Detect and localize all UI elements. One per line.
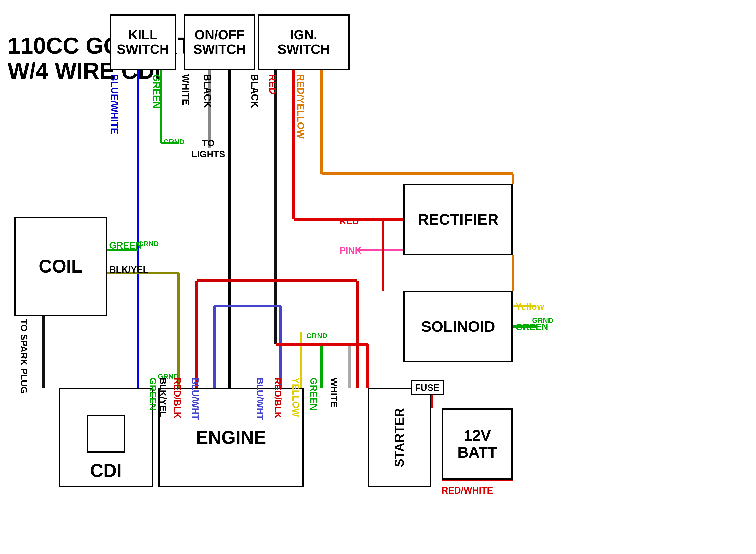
eng-redblk-label: RED/BLK (272, 378, 283, 419)
eng-yellow-label: YELLOW (290, 378, 301, 417)
starter-box: STARTER (368, 388, 431, 487)
cdi-box: CDI (59, 388, 153, 487)
coil-grnd-label: GRND (138, 240, 159, 248)
sol-yellow-label: Yellow (516, 301, 544, 312)
rect-red-label: RED (339, 216, 359, 227)
cdi-green-label: GREEN (147, 378, 158, 410)
red-ign-label: RED (266, 74, 278, 95)
rect-pink-label: PINK (339, 245, 362, 256)
sol-grnd-label: GRND (532, 317, 553, 325)
cdi-redblk-label: RED/BLK (172, 378, 183, 419)
eng-green-label: GREEN (308, 378, 319, 410)
red-white-label: RED/WHITE (441, 485, 493, 496)
coil-blkyel-label: BLK/YEL (109, 264, 149, 275)
cdi-bluwht-label: BLU/WHT (190, 378, 201, 420)
black-onoff-label: BLACK (201, 74, 213, 108)
solinoid-box: SOLINOID (403, 291, 513, 363)
to-spark-label: TO SPARK PLUG (18, 319, 30, 394)
fuse-label: FUSE (411, 380, 444, 395)
wiring-diagram: 110CC GO KARTW/4 WIRE CDI (0, 0, 756, 554)
coil-box: COIL (14, 217, 107, 316)
red-yellow-ign-label: RED/YELLOW (294, 74, 306, 138)
green-kill-label: GREEN (150, 74, 162, 108)
to-lights-label: TOLIGHTS (192, 138, 225, 160)
grnd-kill-label: GRND (163, 138, 184, 146)
coil-green-label: GREEN (109, 240, 142, 251)
blue-white-label: BLUE/WHITE (108, 74, 120, 134)
black-ign-label: BLACK (249, 74, 260, 108)
cdi-blkyel-label: BLK/YEL (158, 378, 168, 417)
eng-grnd-label: GRND (306, 332, 327, 340)
on-off-switch-box: ON/OFFSWITCH (184, 14, 255, 70)
ign-switch-box: IGN.SWITCH (258, 14, 350, 70)
white-onoff-label: WHITE (180, 74, 192, 105)
battery-box: 12VBATT (441, 408, 513, 480)
eng-bluwht-label: BLU/WHT (255, 378, 265, 420)
eng-white-label: WHITE (328, 378, 339, 407)
rectifier-box: RECTIFIER (403, 184, 513, 255)
kill-switch-box: KILLSWITCH (110, 14, 176, 70)
